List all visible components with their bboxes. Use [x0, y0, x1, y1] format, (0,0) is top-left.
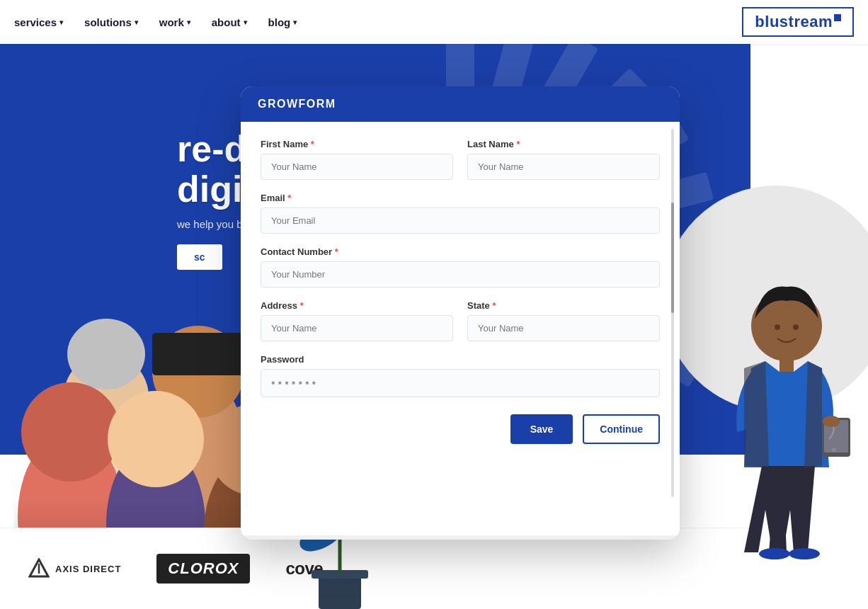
- svg-point-36: [759, 548, 790, 559]
- label-state: State *: [467, 300, 660, 311]
- svg-point-29: [775, 324, 780, 330]
- required-star-4: *: [335, 246, 338, 257]
- required-star-3: *: [287, 193, 291, 203]
- brand-clorox-label: CLOROX: [156, 554, 250, 584]
- scrollbar-thumb: [671, 203, 674, 313]
- form-group-address: Address *: [261, 300, 453, 341]
- form-group-lastname: Last Name *: [467, 139, 660, 180]
- nav-item-solutions[interactable]: solutions ▾: [84, 16, 138, 28]
- label-contact: Contact Number *: [261, 246, 660, 257]
- svg-point-37: [789, 548, 820, 559]
- nav-links: services ▾ solutions ▾ work ▾ about ▾ bl…: [14, 16, 742, 28]
- nav-label-about: about: [212, 16, 241, 28]
- input-email[interactable]: [261, 207, 660, 234]
- form-row-name: First Name * Last Name *: [261, 139, 660, 180]
- input-address[interactable]: [261, 315, 453, 341]
- input-lastname[interactable]: [467, 154, 660, 180]
- required-star-6: *: [492, 300, 496, 311]
- brand-clorox: CLOROX: [156, 554, 250, 584]
- svg-point-34: [832, 448, 836, 452]
- label-email: Email *: [261, 193, 660, 203]
- input-state[interactable]: [467, 315, 660, 341]
- main-area: re-defining digital we help you build yo…: [0, 44, 868, 609]
- required-star-5: *: [300, 300, 304, 311]
- site-logo[interactable]: blustream: [742, 7, 854, 37]
- tablet-scrollbar[interactable]: [671, 129, 674, 497]
- svg-point-35: [823, 416, 840, 427]
- label-lastname: Last Name *: [467, 139, 660, 149]
- label-password: Password: [261, 354, 660, 365]
- hero-cta-button[interactable]: sc: [177, 244, 222, 270]
- svg-rect-31: [780, 358, 794, 372]
- input-contact[interactable]: [261, 261, 660, 288]
- form-title: GROWFORM: [258, 98, 336, 110]
- label-address: Address *: [261, 300, 453, 311]
- form-header: GROWFORM: [241, 86, 680, 122]
- input-password[interactable]: [261, 369, 660, 397]
- logo-dot: [834, 14, 841, 21]
- nav-label-solutions: solutions: [84, 16, 132, 28]
- form-body: First Name * Last Name * E: [241, 122, 680, 535]
- form-row-password: Password: [261, 354, 660, 397]
- form-row-contact: Contact Number *: [261, 246, 660, 288]
- person-illustration: [712, 269, 854, 588]
- save-button[interactable]: Save: [510, 414, 573, 444]
- logo-text: blustream: [755, 13, 833, 31]
- nav-label-blog: blog: [268, 16, 291, 28]
- nav-item-work[interactable]: work ▾: [159, 16, 190, 28]
- form-buttons: Save Continue: [261, 414, 660, 444]
- nav-item-blog[interactable]: blog ▾: [268, 16, 297, 28]
- required-star: *: [311, 139, 314, 149]
- form-group-state: State *: [467, 300, 660, 341]
- form-group-contact: Contact Number *: [261, 246, 660, 288]
- chevron-down-icon: ▾: [293, 18, 297, 26]
- label-firstname: First Name *: [261, 139, 453, 149]
- nav-item-about[interactable]: about ▾: [212, 16, 247, 28]
- continue-button[interactable]: Continue: [583, 414, 660, 444]
- chevron-down-icon: ▾: [187, 18, 190, 26]
- form-row-address: Address * State *: [261, 300, 660, 341]
- chevron-down-icon: ▾: [59, 18, 63, 26]
- svg-point-30: [793, 324, 799, 330]
- input-firstname[interactable]: [261, 154, 453, 180]
- nav-label-services: services: [14, 16, 57, 28]
- tablet-container: GROWFORM First Name * Last Name *: [241, 86, 680, 540]
- required-star-2: *: [516, 139, 520, 149]
- nav-label-work: work: [159, 16, 184, 28]
- chevron-down-icon: ▾: [244, 18, 247, 26]
- brand-axis-direct: AXIS DIRECT: [28, 558, 121, 579]
- brand-axis-label: AXIS DIRECT: [55, 564, 121, 574]
- form-group-firstname: First Name *: [261, 139, 453, 180]
- form-row-email: Email *: [261, 193, 660, 234]
- form-group-email: Email *: [261, 193, 660, 234]
- nav-item-services[interactable]: services ▾: [14, 16, 63, 28]
- chevron-down-icon: ▾: [135, 18, 138, 26]
- svg-rect-17: [319, 574, 361, 609]
- form-group-password: Password: [261, 354, 660, 397]
- navbar: services ▾ solutions ▾ work ▾ about ▾ bl…: [0, 0, 868, 44]
